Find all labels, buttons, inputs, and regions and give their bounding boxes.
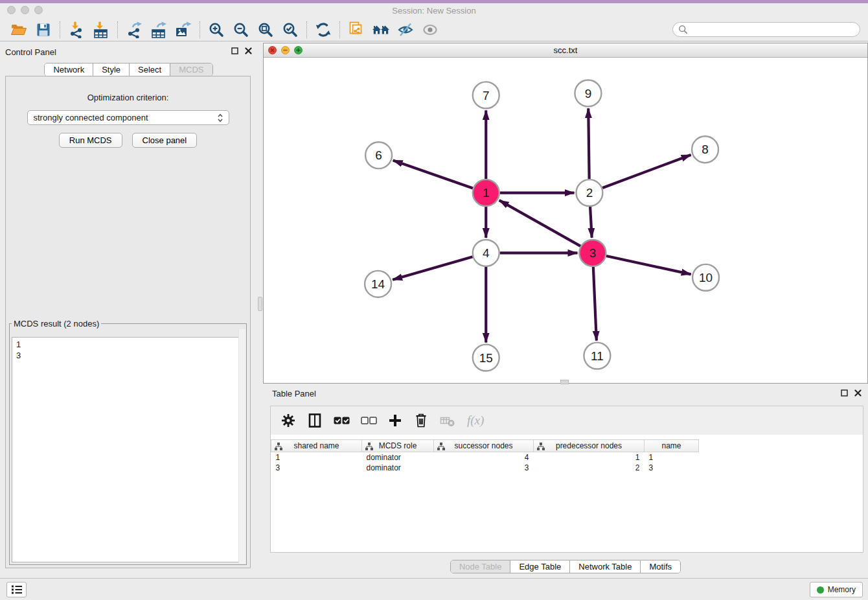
column-header-predecessor-nodes[interactable]: predecessor nodes [534,440,645,452]
tab-edge-table[interactable]: Edge Table [510,560,570,573]
network-canvas[interactable]: 1234678910111415 [264,58,867,383]
export-image-icon [175,21,192,38]
column-header-successor-nodes[interactable]: successor nodes [434,440,534,452]
tab-style[interactable]: Style [93,63,130,76]
svg-text:11: 11 [591,349,604,363]
edge-2-9[interactable] [588,108,589,179]
import-table-button[interactable] [89,20,113,40]
show-column-panel-button[interactable] [307,413,323,428]
columns-icon [307,413,323,428]
edge-3-1[interactable] [499,200,581,246]
column-header-shared-name[interactable]: shared name [271,440,362,452]
horizontal-divider-handle[interactable] [560,380,569,384]
float-panel-icon[interactable] [231,47,238,54]
network-minimize-button[interactable] [281,46,290,54]
tab-network[interactable]: Network [45,63,93,76]
node-6[interactable]: 6 [365,142,392,168]
node-15[interactable]: 15 [473,345,499,371]
node-11[interactable]: 11 [584,343,610,369]
float-panel-icon[interactable] [841,389,848,397]
mcds-result-text[interactable]: 1 3 [12,337,244,562]
tab-mcds[interactable]: MCDS [170,63,212,76]
list-icon [11,584,23,595]
show-log-button[interactable] [6,582,27,597]
node-4[interactable]: 4 [473,240,499,266]
close-panel-button[interactable]: Close panel [132,133,198,148]
run-mcds-button[interactable]: Run MCDS [59,133,122,148]
import-table-icon [93,21,109,38]
export-network-button[interactable] [122,20,146,40]
node-2[interactable]: 2 [576,179,602,206]
import-network-button[interactable] [64,20,89,40]
export-image-button[interactable] [171,20,196,40]
import-network-icon [68,21,85,38]
create-column-button[interactable] [388,413,402,428]
edge-1-6[interactable] [393,160,473,188]
edge-2-3[interactable] [590,207,592,238]
select-all-columns-button[interactable] [334,416,350,425]
tab-motifs[interactable]: Motifs [641,560,680,573]
table-row[interactable]: 3dominator323 [271,463,699,473]
hide-graphics-details-button[interactable] [393,20,418,40]
node-8[interactable]: 8 [692,136,718,163]
open-session-button[interactable] [6,20,31,40]
edge-3-10[interactable] [606,256,691,274]
table-panel-title: Table Panel [272,389,316,398]
zoom-out-button[interactable] [229,20,253,40]
node-9[interactable]: 9 [575,80,601,106]
clone-network-button[interactable] [344,20,369,40]
tab-select[interactable]: Select [130,63,170,76]
node-7[interactable]: 7 [473,82,499,108]
status-bar: Memory [0,578,868,600]
deselect-all-columns-button[interactable] [361,416,377,425]
node-14[interactable]: 14 [365,271,391,297]
tab-network-table[interactable]: Network Table [570,560,641,573]
node-3[interactable]: 3 [579,240,606,266]
memory-button[interactable]: Memory [810,582,863,597]
hierarchy-icon [437,443,445,450]
network-close-button[interactable] [268,46,277,54]
toolbar-separator [60,21,60,38]
edge-3-11[interactable] [593,267,597,341]
zoom-fit-button[interactable] [253,20,278,40]
network-window-titlebar[interactable]: scc.txt [264,43,867,58]
memory-status-icon [817,586,824,594]
criterion-select[interactable]: strongly connected component [27,110,229,125]
app-titlebar: Session: New Session [0,3,868,18]
zoom-in-button[interactable] [204,20,229,40]
save-session-button[interactable] [31,20,56,40]
svg-text:9: 9 [585,87,592,100]
hierarchy-icon [365,443,373,450]
result-scrollbar[interactable] [238,329,246,564]
table-header-row[interactable]: shared name MCDS role successor nodes pr… [271,440,699,452]
bird-eye-view-button[interactable] [418,20,442,40]
vertical-split-divider[interactable] [257,41,263,578]
close-panel-icon[interactable] [854,389,862,397]
search-box[interactable] [672,22,860,37]
table-settings-button[interactable] [280,413,296,428]
search-input[interactable] [691,25,854,34]
tab-node-table[interactable]: Node Table [451,560,511,573]
divider-handle[interactable] [258,297,262,311]
eye-icon [422,21,439,38]
nested-networks-button[interactable] [369,20,393,40]
refresh-layout-button[interactable] [311,20,336,40]
function-builder-button[interactable]: f(x) [467,413,484,428]
svg-text:14: 14 [371,277,385,291]
export-table-button[interactable] [146,20,171,40]
network-maximize-button[interactable] [294,46,303,54]
edge-4-14[interactable] [393,257,473,279]
node-1[interactable]: 1 [473,179,499,206]
zoom-selected-icon [282,21,299,38]
close-panel-icon[interactable] [245,47,252,54]
zoom-selected-button[interactable] [278,20,303,40]
zoom-out-icon [233,21,249,38]
node-10[interactable]: 10 [692,264,719,291]
table-tabs: Node Table Edge Table Network Table Moti… [450,560,681,573]
delete-column-button[interactable] [413,413,429,428]
table-row[interactable]: 1dominator411 [271,452,699,463]
delete-table-button[interactable] [440,414,455,428]
column-header-mcds-role[interactable]: MCDS role [362,440,434,452]
edge-2-8[interactable] [602,155,691,188]
column-header-name[interactable]: name [645,440,699,452]
